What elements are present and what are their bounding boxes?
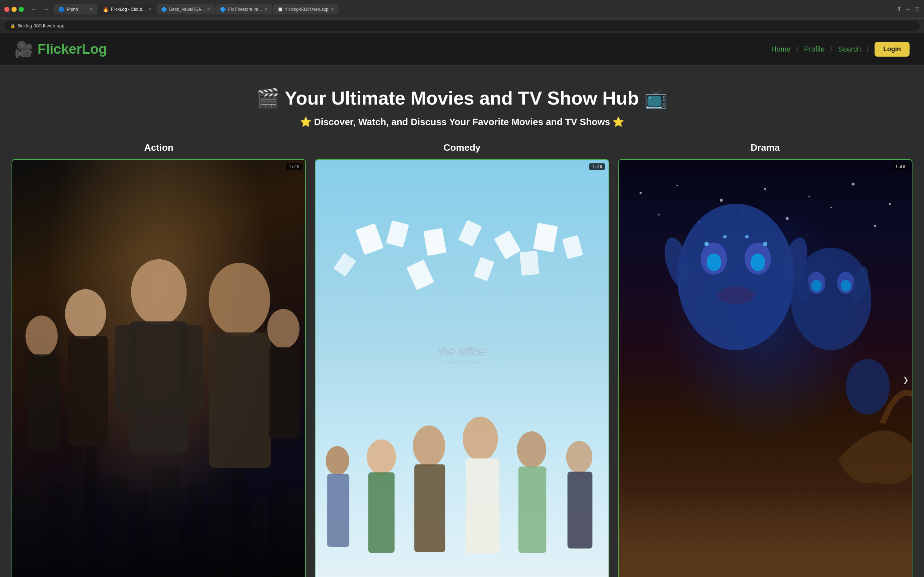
svg-rect-42 bbox=[414, 464, 445, 552]
address-text: flicklog-980df.web.app bbox=[18, 23, 64, 29]
genre-title-drama: Drama bbox=[618, 142, 913, 153]
back-button[interactable]: ← bbox=[29, 5, 39, 13]
svg-point-41 bbox=[413, 425, 445, 467]
svg-point-68 bbox=[704, 242, 709, 246]
nav-sep-3: / bbox=[867, 45, 869, 53]
nav-profile[interactable]: Profile bbox=[804, 45, 825, 53]
genre-title-action: Action bbox=[11, 142, 306, 153]
flicklog-app-favicon: 🔲 bbox=[277, 6, 283, 12]
tab-deckvault-close[interactable]: ✕ bbox=[207, 7, 210, 12]
firestore-favicon: 🔷 bbox=[220, 6, 226, 12]
tab-phind-label: Phind bbox=[67, 7, 78, 12]
tab-flicklog[interactable]: 🔥 FlickLog - Cloud... ✕ bbox=[98, 4, 156, 15]
genres-container: Action 1 of 6 bbox=[0, 142, 924, 577]
tab-firestore[interactable]: 🔷 Fix Firestore Im... ✕ bbox=[215, 4, 272, 15]
tab-bar: 🔵 Phind ✕ 🔥 FlickLog - Cloud... ✕ 🔷 Deck… bbox=[54, 4, 894, 15]
forward-button[interactable]: → bbox=[41, 5, 51, 13]
nav-home[interactable]: Home bbox=[771, 45, 790, 53]
svg-point-67 bbox=[717, 286, 754, 304]
drama-card-badge: 1 of 6 bbox=[892, 163, 908, 170]
genre-card-comedy[interactable]: 1 of 6 bbox=[315, 159, 609, 577]
svg-rect-30 bbox=[494, 230, 521, 259]
sidebar-icon[interactable]: ⊞ bbox=[914, 5, 920, 14]
svg-rect-29 bbox=[458, 220, 482, 247]
drama-poster bbox=[619, 160, 912, 577]
svg-point-65 bbox=[707, 253, 722, 271]
svg-rect-36 bbox=[520, 251, 539, 276]
svg-rect-35 bbox=[473, 257, 494, 281]
login-button[interactable]: Login bbox=[874, 42, 909, 56]
window-controls bbox=[4, 7, 24, 12]
logo-area: 🎥 FlickerLog bbox=[15, 40, 107, 58]
svg-rect-27 bbox=[386, 220, 409, 247]
svg-point-45 bbox=[517, 431, 546, 468]
svg-rect-26 bbox=[355, 223, 384, 255]
nav-sep-1: / bbox=[796, 45, 798, 53]
svg-rect-38 bbox=[327, 474, 349, 547]
svg-rect-16 bbox=[115, 325, 137, 413]
tab-deckvault-label: Deck_Vault/REA... bbox=[169, 7, 205, 12]
lock-icon: 🔒 bbox=[10, 23, 16, 29]
svg-rect-34 bbox=[406, 259, 434, 290]
svg-point-39 bbox=[367, 439, 396, 474]
svg-rect-21 bbox=[208, 332, 271, 468]
minimize-window-btn[interactable] bbox=[11, 7, 16, 12]
svg-point-66 bbox=[750, 253, 765, 271]
avatar-chars-svg bbox=[619, 182, 912, 534]
action-card-badge: 1 of 6 bbox=[286, 163, 302, 170]
tab-flicklog-close[interactable]: ✕ bbox=[148, 7, 152, 12]
tab-flicklog-app-label: flicklog-980df.web.app bbox=[286, 7, 328, 12]
new-tab-icon[interactable]: ＋ bbox=[905, 5, 911, 14]
tab-phind-close[interactable]: ✕ bbox=[89, 7, 93, 12]
svg-point-62 bbox=[677, 204, 795, 350]
svg-rect-23 bbox=[27, 355, 59, 450]
svg-point-69 bbox=[723, 235, 727, 239]
tab-deckvault[interactable]: 🔷 Deck_Vault/REA... ✕ bbox=[157, 4, 215, 15]
svg-rect-32 bbox=[562, 235, 583, 259]
address-bar-row: 🔒 flicklog-980df.web.app bbox=[0, 19, 924, 33]
drama-bottom-gradient bbox=[619, 490, 912, 577]
address-bar[interactable]: 🔒 flicklog-980df.web.app bbox=[4, 21, 920, 31]
tab-phind[interactable]: 🔵 Phind ✕ bbox=[54, 4, 97, 15]
genre-card-action[interactable]: 1 of 6 bbox=[11, 159, 306, 577]
tab-firestore-label: Fix Firestore Im... bbox=[228, 7, 262, 12]
svg-rect-28 bbox=[423, 228, 446, 256]
share-icon[interactable]: ⬆ bbox=[897, 5, 902, 14]
hero-section: 🎬 Your Ultimate Movies and TV Show Hub 📺… bbox=[0, 66, 924, 142]
the-office-title: the office bbox=[315, 344, 609, 358]
maximize-window-btn[interactable] bbox=[19, 7, 24, 12]
svg-point-78 bbox=[841, 280, 851, 292]
flicklog-favicon: 🔥 bbox=[102, 6, 109, 12]
office-characters-svg bbox=[315, 358, 609, 577]
svg-point-77 bbox=[811, 280, 822, 292]
drama-next-arrow[interactable]: ❯ bbox=[903, 376, 909, 384]
svg-point-43 bbox=[463, 417, 498, 461]
logo-icon: 🎥 bbox=[15, 40, 33, 58]
action-bottom-gradient bbox=[12, 468, 305, 577]
site-header: 🎥 FlickerLog Home / Profile / Search / L… bbox=[0, 33, 924, 66]
browser-nav: ← → bbox=[29, 5, 51, 13]
tab-flicklog-label: FlickLog - Cloud... bbox=[111, 7, 146, 12]
tab-flicklog-app[interactable]: 🔲 flicklog-980df.web.app ✕ bbox=[273, 4, 339, 15]
tab-flicklog-app-close[interactable]: ✕ bbox=[331, 7, 334, 12]
genre-column-drama: Drama 1 of 6 bbox=[614, 142, 917, 577]
tab-firestore-close[interactable]: ✕ bbox=[264, 7, 268, 12]
svg-rect-40 bbox=[368, 472, 394, 553]
browser-chrome: ← → 🔵 Phind ✕ 🔥 FlickLog - Cloud... ✕ 🔷 … bbox=[0, 0, 924, 19]
svg-rect-44 bbox=[465, 458, 499, 554]
svg-point-37 bbox=[326, 446, 349, 475]
nav-search[interactable]: Search bbox=[838, 45, 861, 53]
main-nav: Home / Profile / Search / Login bbox=[771, 42, 909, 56]
logo-text: FlickerLog bbox=[37, 42, 107, 57]
phind-favicon: 🔵 bbox=[58, 6, 65, 12]
genre-card-drama[interactable]: 1 of 6 bbox=[618, 159, 913, 577]
app-container: 🎥 FlickerLog Home / Profile / Search / L… bbox=[0, 33, 924, 577]
genre-column-action: Action 1 of 6 bbox=[7, 142, 310, 577]
nav-sep-2: / bbox=[830, 45, 833, 53]
svg-point-71 bbox=[763, 242, 767, 246]
genre-column-comedy: Comedy 1 of 6 bbox=[310, 142, 614, 577]
comedy-poster: the office Farewell Season bbox=[315, 160, 609, 577]
svg-point-24 bbox=[267, 309, 299, 349]
svg-point-14 bbox=[131, 259, 187, 325]
close-window-btn[interactable] bbox=[4, 7, 10, 12]
